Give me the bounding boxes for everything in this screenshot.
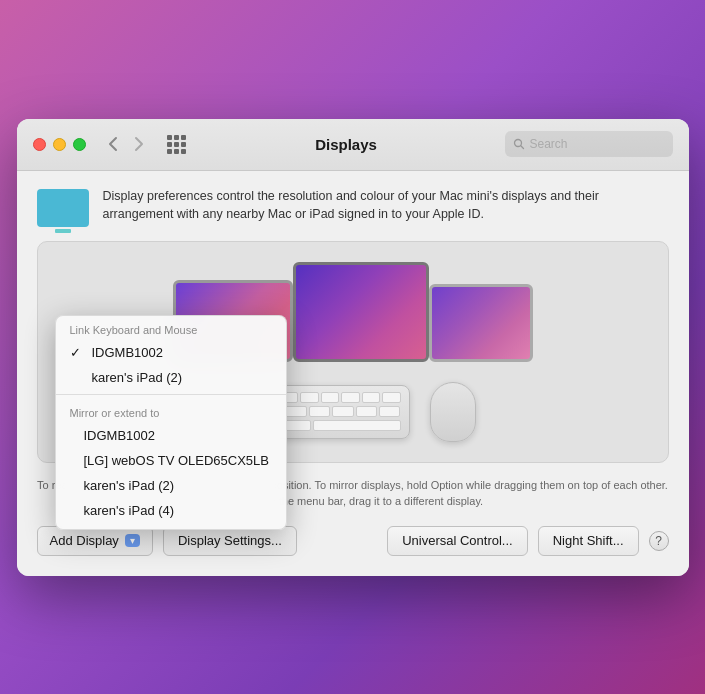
mirror-item-1[interactable]: [LG] webOS TV OLED65CX5LB: [56, 448, 286, 473]
maximize-button[interactable]: [73, 138, 86, 151]
link-section-label: Link Keyboard and Mouse: [56, 316, 286, 340]
search-placeholder: Search: [530, 137, 568, 151]
titlebar: Displays Search: [17, 119, 689, 171]
add-display-button[interactable]: Add Display ▾: [37, 526, 153, 556]
dropdown-divider: [56, 394, 286, 395]
mirror-item-1-label: [LG] webOS TV OLED65CX5LB: [84, 453, 269, 468]
button-row: Add Display ▾ Display Settings... Univer…: [37, 526, 669, 556]
display-settings-button[interactable]: Display Settings...: [163, 526, 297, 556]
minimize-button[interactable]: [53, 138, 66, 151]
display-icon: [37, 189, 89, 227]
traffic-lights: [33, 138, 86, 151]
monitor-center[interactable]: [293, 262, 429, 362]
forward-button[interactable]: [128, 133, 150, 155]
help-label: ?: [655, 534, 662, 548]
grid-menu-button[interactable]: [166, 133, 188, 155]
window-title: Displays: [200, 136, 493, 153]
mirror-item-0[interactable]: IDGMB1002: [56, 423, 286, 448]
mouse-shape: [430, 382, 476, 442]
search-box[interactable]: Search: [505, 131, 673, 157]
link-item-1[interactable]: karen's iPad (2): [56, 365, 286, 390]
close-button[interactable]: [33, 138, 46, 151]
add-display-arrow[interactable]: ▾: [125, 534, 140, 547]
add-display-dropdown: Link Keyboard and Mouse ✓ IDGMB1002 kare…: [55, 315, 287, 530]
universal-control-button[interactable]: Universal Control...: [387, 526, 528, 556]
night-shift-button[interactable]: Night Shift...: [538, 526, 639, 556]
help-button[interactable]: ?: [649, 531, 669, 551]
link-item-1-label: karen's iPad (2): [92, 370, 183, 385]
universal-control-label: Universal Control...: [402, 533, 513, 548]
mirror-item-2-label: karen's iPad (2): [84, 478, 175, 493]
svg-line-1: [520, 146, 523, 149]
add-display-label: Add Display: [50, 533, 119, 548]
mirror-item-3[interactable]: karen's iPad (4): [56, 498, 286, 523]
mirror-item-2[interactable]: karen's iPad (2): [56, 473, 286, 498]
description-row: Display preferences control the resoluti…: [37, 187, 669, 227]
link-item-0-label: IDGMB1002: [92, 345, 164, 360]
link-item-0[interactable]: ✓ IDGMB1002: [56, 340, 286, 365]
monitor-right[interactable]: [429, 284, 533, 362]
display-settings-label: Display Settings...: [178, 533, 282, 548]
grid-icon: [167, 135, 186, 154]
mirror-item-3-label: karen's iPad (4): [84, 503, 175, 518]
nav-buttons: [102, 133, 150, 155]
night-shift-label: Night Shift...: [553, 533, 624, 548]
back-button[interactable]: [102, 133, 124, 155]
search-icon: [513, 138, 525, 150]
mirror-item-0-label: IDGMB1002: [84, 428, 156, 443]
mirror-section-label: Mirror or extend to: [56, 399, 286, 423]
system-preferences-window: Displays Search Display preferences cont…: [17, 119, 689, 576]
description-text: Display preferences control the resoluti…: [103, 187, 669, 225]
checkmark-icon: ✓: [70, 345, 84, 360]
